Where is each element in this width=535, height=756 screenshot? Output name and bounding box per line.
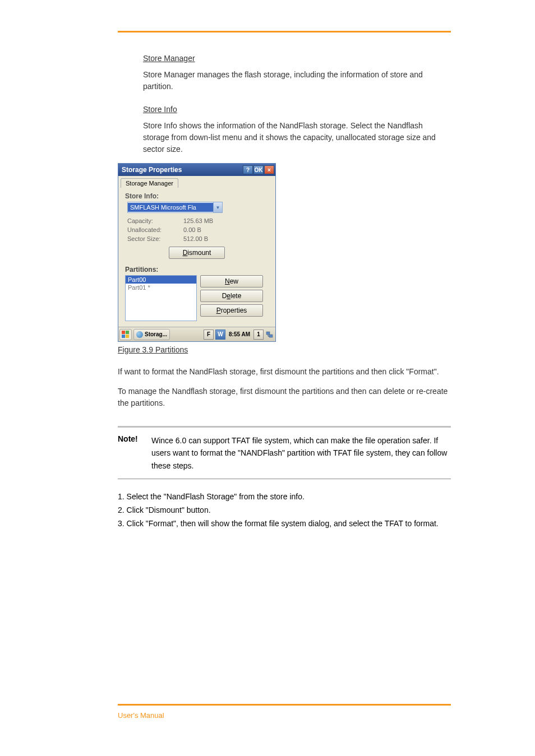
footer: User's Manual: [118, 711, 164, 720]
titlebar: Storage Properties ? OK ×: [118, 164, 275, 176]
globe-icon: [136, 331, 143, 338]
top-rule: [118, 31, 451, 33]
list-item[interactable]: Part01 *: [126, 284, 196, 291]
store-dropdown[interactable]: SMFLASH Microsoft Fla ▼: [127, 202, 223, 213]
clock: 8:55 AM: [227, 331, 252, 337]
svg-rect-4: [266, 332, 270, 335]
note-rule-top: [118, 426, 451, 428]
sector-size-value: 512.00 B: [183, 235, 269, 242]
store-info-label: Store Info:: [125, 192, 269, 200]
properties-button[interactable]: Properties: [200, 304, 263, 317]
ok-button[interactable]: OK: [253, 165, 264, 174]
capacity-value: 125.63 MB: [183, 217, 269, 224]
tray-w-button[interactable]: W: [215, 330, 225, 340]
taskbar-app-label: Storag...: [145, 331, 167, 337]
unallocated-label: Unallocated:: [127, 226, 183, 233]
list-item[interactable]: Part00: [126, 276, 196, 284]
taskbar: Storag... F W 8:55 AM 1: [118, 327, 275, 341]
svg-rect-3: [126, 335, 129, 338]
chevron-down-icon: ▼: [213, 202, 222, 212]
storage-properties-window: Storage Properties ? OK × Storage Manage…: [118, 163, 276, 342]
note-label: Note!: [118, 434, 151, 443]
svg-rect-1: [126, 331, 129, 334]
close-button[interactable]: ×: [264, 165, 274, 174]
bottom-rule: [118, 704, 451, 706]
window-title: Storage Properties: [122, 166, 182, 174]
sector-size-label: Sector Size:: [127, 235, 183, 242]
start-button[interactable]: [119, 329, 132, 340]
figure-caption: Figure 3.9 Partitions: [118, 344, 188, 356]
dismount-button[interactable]: Dismount: [169, 247, 225, 259]
partitions-label: Partitions:: [125, 266, 269, 273]
note-body-1: Wince 6.0 can support TFAT file system, …: [151, 434, 451, 472]
store-dropdown-selected: SMFLASH Microsoft Fla: [128, 203, 213, 212]
tab-storage-manager[interactable]: Storage Manager: [121, 178, 178, 188]
note-step-1: 1. Select the "NandFlash Storage" from t…: [118, 490, 451, 504]
para-format: If want to format the NandFlash storage,…: [118, 366, 451, 378]
tray-1-button[interactable]: 1: [253, 330, 264, 340]
capacity-label: Capacity:: [127, 217, 183, 224]
note-rule-thin: [118, 479, 451, 479]
svg-rect-2: [122, 335, 125, 338]
taskbar-app-button[interactable]: Storag...: [133, 329, 170, 340]
help-button[interactable]: ?: [243, 165, 253, 174]
network-icon[interactable]: [265, 330, 274, 339]
note-step-2: 2. Click "Dismount" button.: [118, 504, 451, 517]
delete-button[interactable]: Delete: [200, 290, 263, 302]
section-store-info: Store Info: [143, 104, 177, 115]
para-store-info: Store Info shows the information of the …: [143, 120, 451, 155]
unallocated-value: 0.00 B: [183, 226, 269, 233]
svg-rect-5: [269, 335, 273, 337]
tray-f-button[interactable]: F: [204, 330, 214, 340]
partitions-listbox[interactable]: Part00 Part01 *: [125, 275, 197, 321]
svg-rect-0: [122, 331, 125, 334]
para-store-manager: Store Manager manages the flash storage,…: [143, 69, 451, 92]
tabbar: Storage Manager: [118, 176, 275, 188]
para-manage: To manage the Nandflash storage, first d…: [118, 386, 451, 409]
new-button[interactable]: New: [200, 275, 263, 287]
section-store-manager: Store Manager: [143, 53, 195, 64]
note-step-3: 3. Click "Format", then will show the fo…: [118, 517, 451, 531]
windows-icon: [122, 331, 130, 338]
